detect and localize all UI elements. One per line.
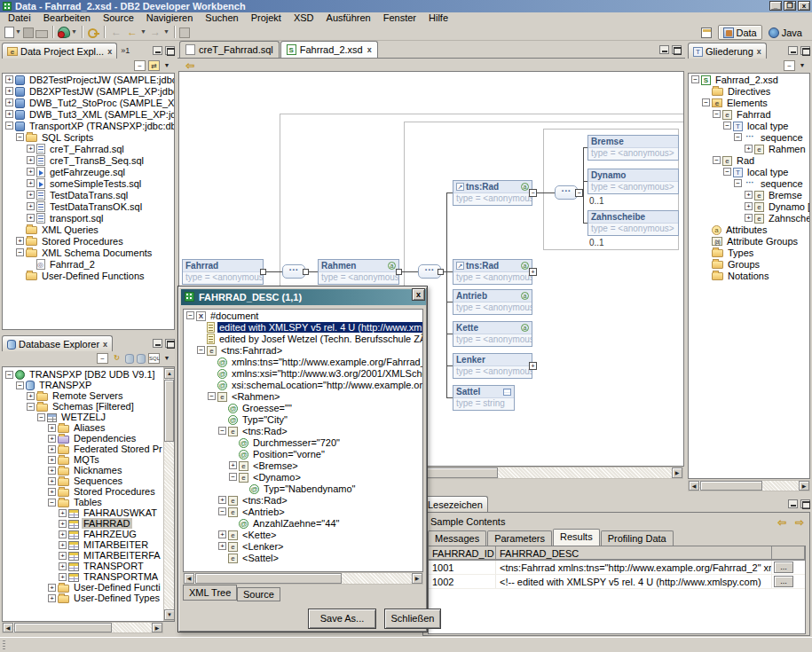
expander-icon[interactable]: − [48, 499, 56, 507]
dialog-close-icon[interactable]: x [412, 288, 425, 301]
scrollbar-thumb[interactable] [700, 481, 762, 491]
expander-icon[interactable]: − [27, 403, 35, 411]
connector-handle-minus[interactable]: − [529, 189, 537, 197]
expander-icon[interactable]: − [702, 98, 710, 106]
tree-item-fahrrad[interactable]: +FAHRRAD [3, 518, 162, 529]
expander-icon[interactable]: + [745, 202, 753, 210]
collapse-all-icon[interactable]: − [97, 353, 108, 364]
new-wizard-dropdown-icon[interactable]: ▼ [15, 25, 22, 39]
expander-icon[interactable]: − [208, 392, 216, 400]
tree-item-sequences[interactable]: +Sequences [3, 475, 162, 486]
menu-ausf-hren[interactable]: Ausführen [320, 12, 377, 24]
tree-item-cret-transb-seq-sql[interactable]: +creT_TransB_Seq.sql [3, 154, 174, 166]
tree-item-xmlns-tns-http-www-example-org-f[interactable]: xmlns:tns="http://www.example.org/Fahrra… [184, 356, 422, 367]
tree-item-typ-nabendynamo[interactable]: Typ="Nabendynamo" [184, 483, 422, 494]
save-icon[interactable] [23, 27, 34, 38]
xsd-node-lenker[interactable]: Lenkertype = <anonymous> [453, 353, 532, 379]
connection-icon[interactable] [125, 354, 134, 364]
tree-item-durchmesser-720[interactable]: Durchmesser="720" [184, 436, 422, 448]
expander-icon[interactable]: + [59, 562, 67, 570]
scroll-right-icon[interactable]: ▶ [412, 573, 422, 584]
open-perspective-button[interactable] [697, 25, 716, 40]
link-with-editor-icon[interactable]: ⇄ [148, 60, 160, 71]
tree-item-sql-scripts[interactable]: −SQL Scripts [3, 131, 174, 143]
minimize-view-icon[interactable] [788, 46, 798, 55]
close-icon[interactable]: x [757, 47, 761, 56]
tree-item-user-defined-types[interactable]: +User-Defined Types [3, 593, 162, 603]
menu-datei[interactable]: Datei [2, 12, 37, 24]
connector-handle-plus[interactable]: + [529, 362, 537, 370]
statusbar-grip[interactable] [3, 640, 5, 650]
tree-item-typ-city[interactable]: Typ="City" [184, 413, 422, 425]
tree-item-directives[interactable]: Directives [689, 85, 809, 97]
xsd-node-rahmen[interactable]: Rahmenatype = <anonymous> [318, 259, 399, 285]
view-menu-icon[interactable]: ▼ [162, 353, 171, 364]
expander-icon[interactable]: − [16, 381, 24, 389]
tree-item-xml-schema-documents[interactable]: −XML Schema Documents [3, 247, 174, 258]
tree-item-notations[interactable]: Notations [689, 270, 809, 281]
tree-item-dynamo[interactable]: −<Dynamo> [184, 471, 422, 483]
tree-item-dwb-tut2-stoproc-sample-xp-jdbc-[interactable]: +DWB_Tut2_StoProc (SAMPLE_XP:jdbc:d [3, 97, 174, 108]
tab-source[interactable]: Source [237, 587, 280, 601]
minimize-view-icon[interactable] [153, 46, 162, 55]
xsd-node-antrieb[interactable]: Antriebatype = <anonymous> [453, 289, 532, 315]
expander-icon[interactable]: − [713, 156, 721, 164]
tree-item-transportxp-transpxp-jdbc-db2-lo[interactable]: −TransportXP (TRANSPXP:jdbc:db2://loc [3, 120, 174, 131]
expander-icon[interactable]: + [27, 179, 35, 187]
expander-icon[interactable]: − [218, 427, 226, 435]
expander-icon[interactable]: − [218, 507, 226, 515]
expander-icon[interactable]: + [48, 594, 56, 602]
tree-item-xsi-schemalocation-http-www-exam[interactable]: xsi:schemaLocation="http://www.example.o… [184, 379, 422, 390]
scrollbar-thumb[interactable] [14, 623, 112, 632]
tree-item-db2testprojectjw-sample-jdbc-db2[interactable]: +DB2TestProjectJW (SAMPLE:jdbc:db2:// [3, 74, 174, 85]
expander-icon[interactable]: + [48, 435, 56, 443]
tree-item-stored-procedures[interactable]: +Stored Procedures [3, 235, 174, 247]
tree-item-mitarbeiter[interactable]: +MITARBEITER [3, 539, 162, 550]
maximize-view-icon[interactable] [165, 46, 175, 55]
expander-icon[interactable]: − [16, 133, 24, 141]
column-header-fahrrad-id[interactable]: FAHRRAD_ID [429, 546, 496, 560]
expander-icon[interactable]: + [218, 530, 226, 538]
view-menu-icon[interactable]: ▼ [798, 60, 807, 71]
expander-icon[interactable]: + [59, 509, 67, 517]
scroll-left-icon[interactable]: ◀ [3, 623, 13, 632]
expander-icon[interactable]: + [48, 456, 56, 464]
minimize-view-icon[interactable] [659, 45, 669, 54]
close-button[interactable]: x [798, 1, 810, 11]
tree-item-transport[interactable]: +TRANSPORT [3, 561, 162, 571]
expander-icon[interactable]: + [27, 156, 35, 164]
tree-item-db2xptestjw-sample-xp-jdbc-db2-l[interactable]: +DB2XPTestJW (SAMPLE_XP:jdbc:db2://l [3, 85, 174, 97]
tab-messages[interactable]: Messages [428, 530, 486, 546]
expander-icon[interactable]: + [48, 477, 56, 485]
tree-item-rahmen[interactable]: −<Rahmen> [184, 390, 422, 402]
view-stack-indicator[interactable]: »1 [121, 46, 130, 55]
expander-icon[interactable]: + [229, 461, 237, 469]
tree-item-tns-fahrrad[interactable]: −<tns:Fahrrad> [184, 344, 422, 356]
expander-icon[interactable]: + [16, 237, 24, 245]
tree-item-zahnsche[interactable]: +Zahnsche [689, 212, 809, 224]
menu-fenster[interactable]: Fenster [377, 12, 422, 24]
tab-data-project-explorer[interactable]: Data Project Expl... x [2, 43, 117, 59]
expander-icon[interactable]: + [27, 214, 35, 222]
new-wizard-icon[interactable] [4, 27, 14, 38]
connector-handle-plain[interactable] [396, 269, 402, 275]
tab-xml-tree[interactable]: XML Tree [183, 585, 237, 601]
scroll-left-icon[interactable]: ◀ [689, 481, 699, 491]
tree-item-fahrrad-2[interactable]: Fahrrad_2 [3, 258, 174, 270]
tree-item-tns-rad[interactable]: −<tns:Rad> [184, 425, 422, 436]
tree-item-rad[interactable]: −Rad [689, 154, 809, 166]
tree-item-wetzelj[interactable]: −WETZELJ [3, 412, 162, 422]
scroll-up-icon[interactable]: ▲ [164, 368, 175, 379]
close-icon[interactable]: x [103, 340, 107, 349]
menu-navigieren[interactable]: Navigieren [140, 12, 200, 24]
tree-item-transport-sql[interactable]: +transport.sql [3, 212, 174, 224]
expander-icon[interactable]: − [691, 75, 699, 83]
expander-icon[interactable]: − [37, 413, 45, 421]
forward-navigation-dropdown-icon[interactable]: ▼ [163, 25, 170, 39]
tree-item-groups[interactable]: Groups [689, 258, 809, 270]
expander-icon[interactable]: − [734, 133, 742, 141]
maximize-view-icon[interactable] [672, 45, 682, 54]
expander-icon[interactable]: + [218, 496, 226, 504]
scroll-right-icon[interactable]: ▶ [799, 481, 809, 491]
tree-item-elements[interactable]: −Elements [689, 97, 809, 108]
